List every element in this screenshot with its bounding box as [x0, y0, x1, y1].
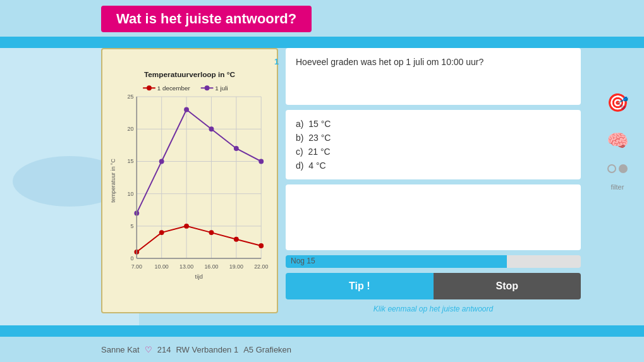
footer-heart: ♡: [145, 345, 152, 354]
svg-text:22.00: 22.00: [254, 263, 268, 270]
svg-text:7.00: 7.00: [131, 263, 142, 270]
progress-fill: [286, 255, 507, 268]
answer-a-text: 15 °C: [308, 119, 331, 129]
answer-d-text: 4 °C: [308, 160, 325, 171]
svg-text:5: 5: [130, 223, 133, 229]
svg-point-44: [258, 159, 264, 164]
footer-name: Sanne Kat: [101, 345, 140, 354]
target-icon[interactable]: 🎯: [604, 88, 631, 116]
svg-point-2: [147, 85, 152, 90]
question-wrapper: 1 Hoeveel graden was het op 1 juli om 10…: [286, 48, 581, 105]
brain-icon[interactable]: 🧠: [604, 126, 631, 154]
svg-point-5: [205, 85, 210, 90]
progress-bar: Nog 15: [286, 255, 581, 268]
svg-text:1 december: 1 december: [157, 85, 191, 92]
right-panel: 1 Hoeveel graden was het op 1 juli om 10…: [286, 48, 581, 313]
svg-text:1 juli: 1 juli: [215, 85, 228, 92]
svg-point-35: [184, 224, 189, 229]
sidebar-icons: 🎯 🧠 filter: [604, 88, 631, 191]
svg-text:15: 15: [128, 158, 134, 164]
svg-point-38: [258, 243, 264, 248]
answer-b-text: 23 °C: [308, 133, 331, 143]
svg-text:10.00: 10.00: [155, 263, 169, 270]
svg-point-42: [209, 126, 214, 131]
svg-text:20: 20: [128, 126, 134, 132]
answer-c-text: 21 °C: [308, 147, 330, 157]
question-text: Hoeveel graden was het op 1 juli om 10:0…: [296, 57, 483, 67]
answer-d[interactable]: d) 4 °C: [296, 160, 571, 171]
answer-a[interactable]: a) 15 °C: [296, 119, 571, 129]
filter-dot-on[interactable]: [619, 164, 628, 173]
hint-text: Klik eenmaal op het juiste antwoord: [286, 305, 581, 313]
answers-box: a) 15 °C b) 23 °C c) 21 °C d) 4 °C: [286, 110, 581, 179]
footer-lesson: A5 Grafieken: [243, 345, 291, 354]
svg-text:10: 10: [128, 191, 134, 197]
question-number: 1: [274, 57, 279, 66]
band-bottom: [0, 325, 644, 337]
svg-text:temperatuur in °C: temperatuur in °C: [110, 159, 116, 203]
svg-text:25: 25: [128, 94, 134, 100]
svg-point-37: [234, 237, 239, 242]
progress-label: Nog 15: [291, 256, 315, 265]
buttons-row: Tip ! Stop: [286, 273, 581, 299]
svg-point-40: [159, 159, 164, 164]
footer-score: 214: [157, 345, 171, 354]
svg-point-41: [184, 107, 189, 112]
chart-panel: Temperatuurverloop in °C 1 december 1 ju…: [101, 48, 278, 313]
stop-button[interactable]: Stop: [434, 273, 581, 299]
footer: Sanne Kat ♡ 214 RW Verbanden 1 A5 Grafie…: [0, 337, 644, 362]
filter-label: filter: [611, 183, 624, 191]
svg-point-36: [209, 230, 214, 235]
svg-text:19.00: 19.00: [229, 263, 243, 270]
svg-point-34: [159, 230, 164, 235]
chart-svg: Temperatuurverloop in °C 1 december 1 ju…: [109, 56, 270, 306]
filter-dot-off[interactable]: [607, 164, 616, 173]
footer-course: RW Verbanden 1: [176, 345, 238, 354]
main-content: Temperatuurverloop in °C 1 december 1 ju…: [101, 48, 581, 325]
question-box: Hoeveel graden was het op 1 juli om 10:0…: [286, 48, 581, 105]
svg-text:Temperatuurverloop in °C: Temperatuurverloop in °C: [144, 70, 236, 79]
page-title: Wat is het juiste antwoord?: [101, 6, 312, 32]
svg-text:tijd: tijd: [195, 273, 203, 280]
svg-point-43: [234, 146, 239, 151]
tip-button[interactable]: Tip !: [286, 273, 434, 299]
answer-b[interactable]: b) 23 °C: [296, 133, 571, 143]
answer-c[interactable]: c) 21 °C: [296, 147, 571, 157]
answer-input-box: [286, 184, 581, 250]
filter-row: [607, 164, 628, 173]
svg-text:16.00: 16.00: [204, 263, 218, 270]
svg-text:0: 0: [130, 255, 133, 262]
svg-text:13.00: 13.00: [179, 263, 193, 270]
top-bar: Wat is het juiste antwoord?: [0, 0, 644, 38]
band-top: [0, 37, 644, 48]
